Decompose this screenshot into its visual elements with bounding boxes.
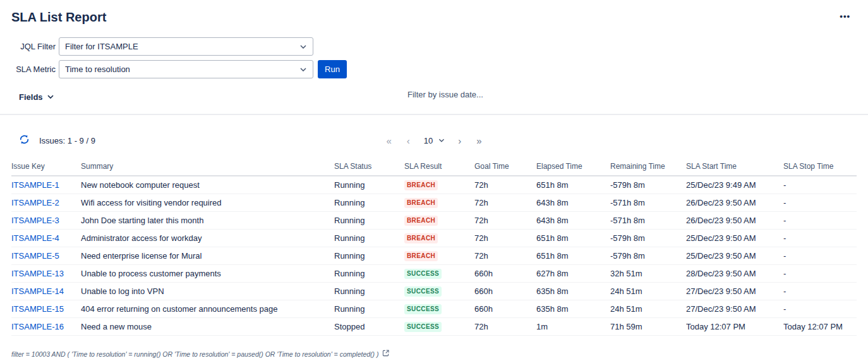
remaining-cell: 32h 51m [610, 265, 686, 283]
sla-result-badge: BREACH [404, 180, 438, 190]
issue-key-cell: ITSAMPLE-4 [11, 230, 81, 247]
table-row: ITSAMPLE-2Wifi access for visiting vendo… [11, 194, 857, 212]
first-page-button[interactable]: « [378, 134, 399, 147]
chevron-down-icon [438, 138, 444, 142]
table-row: ITSAMPLE-5Need enterprise license for Mu… [11, 247, 857, 265]
pagination: « ‹ 10 › » [378, 134, 489, 147]
chevron-down-icon [300, 45, 306, 49]
issue-key-link[interactable]: ITSAMPLE-15 [11, 304, 64, 314]
summary-cell: Unable to log into VPN [81, 283, 334, 300]
sla-metric-label: SLA Metric [11, 65, 56, 74]
refresh-icon [19, 134, 30, 147]
summary-cell: 404 error returning on customer announce… [81, 300, 334, 318]
column-header-goal-time: Goal Time [474, 157, 536, 176]
table-row: ITSAMPLE-4Administrator access for workd… [11, 230, 857, 247]
start-cell: 27/Dec/23 9:50 AM [686, 300, 783, 318]
issue-key-link[interactable]: ITSAMPLE-14 [11, 286, 64, 296]
start-cell: 25/Dec/23 9:50 AM [686, 230, 783, 247]
table-row: ITSAMPLE-3John Doe starting later this m… [11, 212, 857, 230]
fields-dropdown-button[interactable]: Fields [19, 92, 54, 102]
goal-cell: 660h [474, 300, 536, 318]
column-header-issue-key: Issue Key [11, 157, 81, 176]
issue-key-cell: ITSAMPLE-1 [11, 176, 81, 194]
jql-filter-value: Filter for ITSAMPLE [65, 42, 138, 51]
sla-result-cell: BREACH [404, 212, 474, 230]
page-size-select[interactable]: 10 [418, 135, 450, 147]
column-header-sla-status: SLA Status [334, 157, 404, 176]
page-title: SLA List Report [11, 10, 106, 25]
goal-cell: 72h [474, 318, 536, 336]
elapsed-cell: 643h 8m [536, 212, 610, 230]
status-cell: Running [334, 194, 404, 212]
goal-cell: 660h [474, 283, 536, 300]
goal-cell: 72h [474, 247, 536, 265]
goal-cell: 72h [474, 194, 536, 212]
issue-key-link[interactable]: ITSAMPLE-13 [11, 269, 64, 278]
goal-cell: 660h [474, 265, 536, 283]
start-cell: 28/Dec/23 9:50 AM [686, 265, 783, 283]
remaining-cell: -571h 8m [610, 212, 686, 230]
sla-result-cell: SUCCESS [404, 283, 474, 300]
issue-key-link[interactable]: ITSAMPLE-16 [11, 322, 64, 331]
summary-cell: John Doe starting later this month [81, 212, 334, 230]
next-page-button[interactable]: › [450, 134, 469, 147]
status-cell: Running [334, 230, 404, 247]
column-header-summary: Summary [81, 157, 334, 176]
issue-table-body: ITSAMPLE-1New notebook computer requestR… [11, 176, 857, 336]
issue-key-link[interactable]: ITSAMPLE-3 [11, 216, 59, 225]
sla-metric-row: SLA Metric Time to resolution Run [0, 60, 868, 78]
ellipsis-icon: ••• [840, 11, 850, 21]
start-cell: 26/Dec/23 9:50 AM [686, 212, 783, 230]
elapsed-cell: 635h 8m [536, 283, 610, 300]
last-page-button[interactable]: » [469, 134, 489, 147]
sla-result-badge: BREACH [404, 198, 438, 208]
issue-key-cell: ITSAMPLE-2 [11, 194, 81, 212]
issue-key-link[interactable]: ITSAMPLE-1 [11, 180, 59, 190]
summary-cell: Need enterprise license for Mural [81, 247, 334, 265]
issue-key-cell: ITSAMPLE-13 [11, 265, 81, 283]
jql-query-text: filter = 10003 AND ( 'Time to resolution… [11, 350, 379, 358]
elapsed-cell: 651h 8m [536, 176, 610, 194]
elapsed-cell: 651h 8m [536, 230, 610, 247]
filter-panel: JQL Filter Filter for ITSAMPLE SLA Metri… [0, 37, 868, 104]
issue-key-cell: ITSAMPLE-15 [11, 300, 81, 318]
page-size-value: 10 [424, 136, 433, 145]
remaining-cell: -571h 8m [610, 194, 686, 212]
remaining-cell: -579h 8m [610, 247, 686, 265]
status-cell: Running [334, 176, 404, 194]
refresh-button[interactable] [18, 133, 31, 148]
summary-cell: Need a new mouse [81, 318, 334, 336]
stop-cell: Today 12:07 PM [783, 318, 857, 336]
table-row: ITSAMPLE-14Unable to log into VPNRunning… [11, 283, 857, 300]
remaining-cell: 24h 51m [610, 300, 686, 318]
table-header-row: Issue KeySummarySLA StatusSLA ResultGoal… [11, 157, 857, 176]
open-in-issue-navigator-link[interactable] [382, 350, 389, 358]
sla-metric-select[interactable]: Time to resolution [59, 60, 313, 78]
goal-cell: 72h [474, 212, 536, 230]
remaining-cell: -579h 8m [610, 230, 686, 247]
table-row: ITSAMPLE-15404 error returning on custom… [11, 300, 857, 318]
sla-result-cell: BREACH [404, 247, 474, 265]
issues-count: Issues: 1 - 9 / 9 [39, 136, 95, 145]
prev-page-button[interactable]: ‹ [399, 134, 418, 147]
issue-date-filter-input[interactable] [407, 90, 572, 99]
more-menu-button[interactable]: ••• [838, 10, 852, 23]
issue-key-link[interactable]: ITSAMPLE-5 [11, 251, 59, 261]
sla-result-cell: SUCCESS [404, 300, 474, 318]
status-cell: Running [334, 247, 404, 265]
issue-key-link[interactable]: ITSAMPLE-2 [11, 198, 59, 207]
start-cell: 27/Dec/23 9:50 AM [686, 283, 783, 300]
issue-key-cell: ITSAMPLE-3 [11, 212, 81, 230]
table-row: ITSAMPLE-13Unable to process customer pa… [11, 265, 857, 283]
sla-issues-table: Issue KeySummarySLA StatusSLA ResultGoal… [11, 157, 857, 336]
jql-query-footer: filter = 10003 AND ( 'Time to resolution… [11, 350, 868, 358]
goal-cell: 72h [474, 176, 536, 194]
sla-result-badge: BREACH [404, 251, 438, 261]
elapsed-cell: 1m [536, 318, 610, 336]
issue-key-link[interactable]: ITSAMPLE-4 [11, 233, 59, 243]
summary-cell: Unable to process customer payments [81, 265, 334, 283]
run-button[interactable]: Run [318, 60, 347, 78]
stop-cell: - [783, 212, 857, 230]
jql-filter-select[interactable]: Filter for ITSAMPLE [59, 37, 313, 56]
stop-cell: - [783, 247, 857, 265]
